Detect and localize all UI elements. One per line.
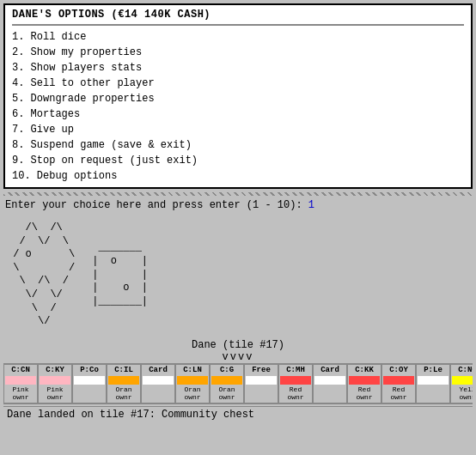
cell-color-bar — [40, 376, 70, 385]
cell-id: C:IL — [114, 366, 133, 375]
cell-id: C:CN — [11, 366, 30, 375]
cell-id: C:LN — [183, 366, 202, 375]
board-cell: C:MHRedownr — [278, 364, 313, 403]
board-cell: P:Le — [416, 364, 450, 403]
cell-label: Red — [290, 385, 302, 394]
options-list: 1. Roll dice2. Show my properties3. Show… — [12, 29, 464, 184]
cell-color-bar — [314, 376, 345, 385]
cell-owner: ownr — [46, 393, 63, 402]
player-label: Dane (tile #17) — [3, 339, 473, 351]
board-row: C:CNPinkownrC:KYPinkownrP:CoC:ILOranownr… — [3, 363, 473, 404]
cell-color-bar — [383, 376, 414, 385]
cell-color-bar — [143, 376, 174, 385]
option-item: 8. Suspend game (save & exit) — [12, 137, 464, 153]
cell-owner: ownr — [356, 393, 372, 402]
cell-color-bar — [418, 376, 449, 385]
option-item: 10. Debug options — [12, 168, 464, 184]
cell-id: C:G — [220, 366, 234, 375]
board-cell: C:KKRedownr — [347, 364, 381, 403]
cell-label: Pink — [12, 385, 28, 394]
options-title: DANE'S OPTIONS (€14 140K CASH) — [12, 9, 464, 21]
arrow-label: vvvv — [3, 351, 473, 363]
board-cell: Card — [313, 364, 347, 403]
cell-color-bar — [5, 376, 36, 385]
dice-area: /\ /\ / \/ \ / o \ \ / \ /\ / \/ \/ \ / … — [3, 215, 473, 336]
option-item: 4. Sell to other player — [12, 76, 464, 91]
board-cell: C:OYRedownr — [381, 364, 416, 403]
prompt-text: Enter your choice here and press enter (… — [5, 199, 308, 211]
cell-owner: ownr — [184, 393, 200, 402]
cell-color-bar — [349, 376, 380, 385]
cell-owner: ownr — [287, 393, 303, 402]
die-2: _______ | o | | | | o | |_______| — [92, 241, 148, 308]
cell-owner: ownr — [12, 393, 28, 402]
cell-id: C:MH — [286, 366, 305, 375]
cell-color-bar — [211, 376, 242, 385]
status-text: Dane landed on tile #17: Community chest — [7, 409, 254, 421]
cell-label: Pink — [46, 385, 63, 394]
options-box: DANE'S OPTIONS (€14 140K CASH) 1. Roll d… — [3, 3, 473, 189]
cell-id: Free — [252, 366, 271, 375]
option-item: 3. Show players stats — [12, 60, 464, 76]
cell-id: C:OY — [389, 366, 408, 375]
cell-color-bar — [74, 376, 105, 385]
prompt-line: Enter your choice here and press enter (… — [3, 199, 473, 211]
cell-color-bar — [280, 376, 311, 385]
board-cell: Free — [244, 364, 278, 403]
cell-color-bar — [108, 376, 139, 385]
board-cell: P:Co — [72, 364, 107, 403]
cell-id: C:KK — [355, 366, 374, 375]
cell-id: Card — [320, 366, 339, 375]
board-cell: C:LNOranownr — [175, 364, 210, 403]
cell-owner: ownr — [390, 393, 406, 402]
cell-color-bar — [246, 376, 277, 385]
option-item: 9. Stop on request (just exit) — [12, 153, 464, 168]
board-cell: C:NOYellownr — [450, 364, 473, 403]
option-item: 5. Downgrade properties — [12, 91, 464, 106]
status-bar: Dane landed on tile #17: Community chest — [3, 406, 473, 422]
prompt-value[interactable]: 1 — [308, 199, 314, 211]
cell-label: Oran — [184, 385, 200, 394]
cell-label: Oran — [115, 385, 131, 394]
option-item: 1. Roll dice — [12, 29, 464, 45]
cell-color-bar — [177, 376, 208, 385]
option-item: 7. Give up — [12, 122, 464, 137]
cell-label: Oran — [218, 385, 235, 394]
cell-label: Red — [393, 385, 405, 394]
cell-owner: ownr — [115, 393, 131, 402]
option-item: 6. Mortages — [12, 106, 464, 122]
board-cell: C:ILOranownr — [107, 364, 141, 403]
option-item: 2. Show my properties — [12, 45, 464, 60]
board-cell: Card — [141, 364, 175, 403]
cell-id: P:Co — [80, 366, 99, 375]
board-cell: C:CNPinkownr — [3, 364, 38, 403]
section-divider-1 — [3, 192, 473, 196]
cell-label: Red — [358, 385, 370, 394]
cell-id: C:KY — [46, 366, 64, 375]
cell-id: C:NO — [458, 366, 473, 375]
die-1: /\ /\ / \/ \ / o \ \ / \ /\ / \/ \/ \ / … — [7, 221, 75, 329]
board-cell: C:KYPinkownr — [38, 364, 72, 403]
board-cell: C:GOranownr — [210, 364, 244, 403]
cell-color-bar — [452, 376, 473, 385]
cell-owner: ownr — [459, 393, 473, 402]
cell-id: Card — [149, 366, 168, 375]
cell-label: Yell — [459, 385, 473, 394]
cell-id: P:Le — [424, 366, 442, 375]
cell-owner: ownr — [218, 393, 235, 402]
